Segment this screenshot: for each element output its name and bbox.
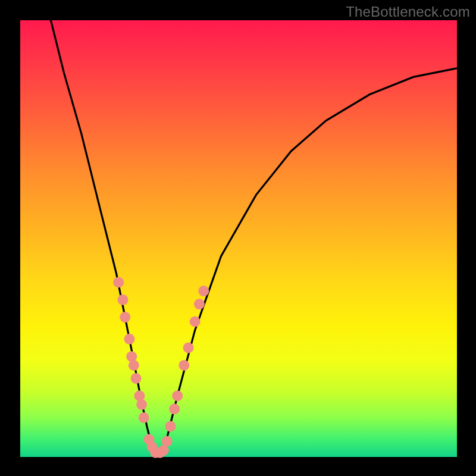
- marker-dot: [118, 295, 129, 305]
- marker-dot: [172, 390, 183, 401]
- marker-dot: [190, 317, 201, 327]
- chart-frame: TheBottleneck.com: [0, 0, 476, 476]
- marker-dot: [136, 399, 147, 410]
- watermark-text: TheBottleneck.com: [346, 4, 470, 20]
- sample-markers: [113, 277, 209, 458]
- curve-layer: [20, 20, 457, 457]
- marker-dot: [178, 360, 189, 371]
- marker-dot: [162, 436, 173, 447]
- marker-dot: [198, 286, 209, 296]
- marker-dot: [169, 403, 180, 414]
- bottleneck-curve: [51, 20, 457, 455]
- marker-dot: [194, 299, 205, 309]
- plot-area: [20, 20, 457, 457]
- marker-dot: [183, 343, 194, 353]
- marker-dot: [113, 277, 124, 287]
- marker-dot: [139, 412, 149, 423]
- marker-dot: [120, 312, 130, 322]
- marker-dot: [158, 445, 169, 456]
- marker-dot: [165, 421, 176, 432]
- marker-dot: [129, 360, 139, 371]
- marker-dot: [131, 373, 142, 384]
- marker-dot: [124, 334, 135, 345]
